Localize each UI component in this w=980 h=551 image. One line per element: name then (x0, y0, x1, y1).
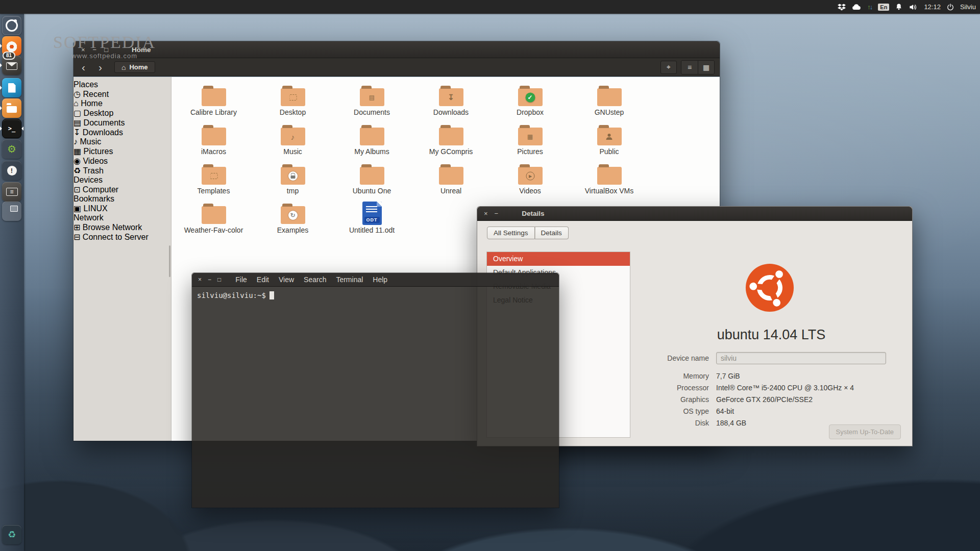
session-username[interactable]: Silviu (960, 3, 976, 11)
sidebar-item[interactable]: ♪ Music (74, 137, 171, 146)
tweaks-sliders-icon[interactable] (2, 182, 21, 202)
file-icon (281, 167, 305, 185)
settings-gear-icon[interactable] (2, 139, 21, 159)
maximize-icon[interactable]: □ (217, 277, 221, 283)
sidebar-item-label: Desktop (84, 109, 114, 117)
terminal-icon[interactable] (2, 119, 21, 138)
file-item[interactable]: Public (571, 122, 648, 162)
breadcrumb[interactable]: ⌂ Home (114, 61, 155, 73)
sidebar-item-label: LINUX (84, 204, 108, 213)
sidebar-item[interactable]: ⊟ Connect to Server (74, 232, 171, 242)
file-item[interactable]: GNUstep (571, 83, 648, 122)
files-icon[interactable] (2, 98, 21, 118)
file-item[interactable]: tmp (255, 162, 331, 201)
sidebar-item[interactable]: Devices (74, 176, 171, 185)
sidebar-item[interactable]: ⊡ Computer (74, 185, 171, 194)
folder-emblem-icon (288, 211, 298, 220)
grid-view-button[interactable]: ▦ (698, 61, 714, 74)
file-item[interactable]: Desktop (255, 83, 331, 122)
trash-icon: ♻ (74, 166, 81, 175)
sidebar-item[interactable]: ♻ Trash (74, 166, 171, 176)
close-icon[interactable]: × (484, 210, 488, 217)
sidebar-item[interactable]: Places (74, 80, 171, 89)
menu-item[interactable]: File (235, 276, 247, 284)
device-name-input[interactable] (716, 352, 886, 364)
sidebar-item[interactable]: ◷ Recent (74, 89, 171, 99)
file-label: VirtualBox VMs (585, 187, 633, 195)
file-item[interactable]: Unreal (413, 162, 489, 201)
cloud-sync-icon[interactable] (852, 4, 861, 10)
terminal-content[interactable]: silviu@silviu:~$ (192, 287, 559, 508)
folder-emblem-icon (369, 94, 375, 101)
minimize-icon[interactable]: − (495, 210, 499, 217)
file-item[interactable]: Dropbox (492, 83, 569, 122)
all-settings-button[interactable]: All Settings (487, 227, 535, 239)
sidebar-item[interactable]: Network (74, 213, 171, 222)
session-power-icon[interactable] (947, 4, 954, 11)
sidebar-item[interactable]: ⊞ Browse Network (74, 222, 171, 232)
trash-icon[interactable] (2, 525, 21, 544)
sidebar-item[interactable]: ▦ Pictures (74, 146, 171, 156)
file-item[interactable]: Calibre Library (176, 83, 252, 122)
file-item[interactable]: Ubuntu One (334, 162, 410, 201)
update-alert-icon[interactable] (2, 161, 21, 180)
file-item[interactable]: Pictures (492, 122, 569, 162)
workspace-icon[interactable] (2, 202, 21, 221)
scrollbar-thumb[interactable] (169, 245, 170, 277)
list-view-button[interactable]: ≡ (681, 61, 698, 74)
clock-indicator[interactable]: 12:12 (924, 3, 941, 11)
terminal-titlebar[interactable]: × − □ File Edit View Search Terminal Hel… (192, 273, 559, 287)
back-icon[interactable]: ‹ (82, 62, 85, 72)
file-item[interactable]: Templates (176, 162, 252, 201)
file-item[interactable]: ODT Untitled 11.odt (334, 201, 410, 240)
sidebar-item[interactable]: ▤ Documents (74, 118, 171, 128)
menu-item[interactable]: Edit (257, 276, 269, 284)
file-item[interactable]: Weather-Fav-color (176, 201, 252, 240)
folder-emblem-icon (289, 94, 297, 101)
sidebar-item[interactable]: ⌂ Home (74, 99, 171, 108)
file-item[interactable]: Videos (492, 162, 569, 201)
system-tray: ↑↓ En 12:12 Silviu (838, 0, 976, 14)
location-search-button[interactable]: ⌖ (660, 61, 677, 74)
dropbox-tray-icon[interactable] (838, 4, 846, 11)
spec-value: 7,7 GiB (716, 372, 740, 380)
forward-icon[interactable]: › (99, 62, 102, 72)
file-item[interactable]: VirtualBox VMs (571, 162, 648, 201)
file-item[interactable]: Downloads (413, 83, 489, 122)
sidebar-item[interactable]: ▣ LINUX (74, 204, 171, 213)
minimize-icon[interactable]: − (93, 46, 97, 53)
sidebar-item[interactable]: ◉ Videos (74, 156, 171, 166)
dash-home-icon[interactable] (2, 16, 21, 35)
details-nav-item[interactable]: Overview (487, 252, 630, 266)
file-item[interactable]: Music (255, 122, 331, 162)
file-label: Examples (277, 227, 308, 234)
file-item[interactable]: iMacros (176, 122, 252, 162)
sidebar-item[interactable]: Bookmarks (74, 194, 171, 204)
menu-item[interactable]: Help (373, 276, 387, 284)
keyboard-layout-indicator[interactable]: En (878, 4, 889, 11)
maximize-icon[interactable]: □ (104, 46, 108, 53)
file-label: tmp (287, 187, 299, 195)
notification-bell-icon[interactable] (895, 3, 902, 11)
details-titlebar[interactable]: × − Details (477, 207, 912, 221)
sidebar-item[interactable]: ↧ Downloads (74, 128, 171, 137)
libreoffice-icon[interactable] (2, 78, 21, 97)
volume-speaker-icon[interactable] (909, 4, 918, 11)
network-transfer-icon[interactable]: ↑↓ (867, 3, 872, 11)
file-manager-titlebar[interactable]: × − □ Home (74, 41, 720, 58)
file-item[interactable]: My GCompris (413, 122, 489, 162)
menu-item[interactable]: Search (304, 276, 326, 284)
file-item[interactable]: My Albums (334, 122, 410, 162)
file-item[interactable]: Examples (255, 201, 331, 240)
minimize-icon[interactable]: − (208, 277, 211, 283)
close-icon[interactable]: × (81, 46, 85, 53)
sidebar-item[interactable]: ▢ Desktop (74, 108, 171, 118)
sidebar-item-label: Devices (74, 176, 103, 184)
details-tab-button[interactable]: Details (535, 227, 569, 239)
close-icon[interactable]: × (198, 277, 202, 283)
system-up-to-date-button[interactable]: System Up-To-Date (829, 424, 901, 439)
mail-icon[interactable]: 81 (2, 56, 21, 75)
menu-item[interactable]: Terminal (336, 276, 363, 284)
file-item[interactable]: Documents (334, 83, 410, 122)
menu-item[interactable]: View (279, 276, 294, 284)
